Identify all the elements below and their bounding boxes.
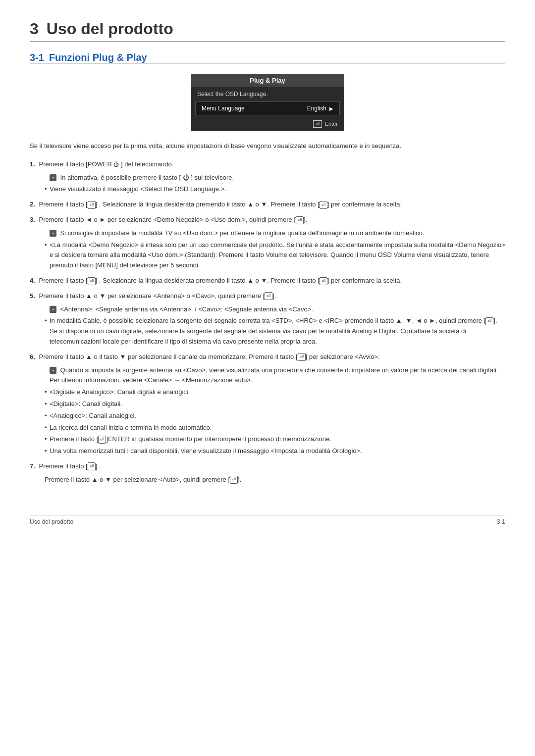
step-5-sub-1: ▪ <Antenna>: <Segnale antenna via <Anten… [45, 304, 505, 315]
enter-icon-2b: ⏎ [320, 201, 327, 209]
osd-dialog: Plug & Play Select the OSD Language. Men… [191, 74, 344, 131]
step-4-num: 4. [30, 277, 35, 284]
note-icon-6: ▪ [50, 367, 56, 374]
step-6-num: 6. [30, 353, 35, 360]
chapter-title: Uso del prodotto [47, 20, 173, 38]
step-3-subs: ▪ Si consiglia di impostare la modalità … [45, 228, 505, 271]
enter-icon-5b: ⏎ [485, 317, 493, 325]
step-5-subs: ▪ <Antenna>: <Segnale antenna via <Anten… [45, 304, 505, 347]
step-1-sub-1: ▪ In alternativa, è possibile premere il… [45, 173, 505, 183]
step-1-text: 1. Premere il tasto [POWER ⏻ ] del telec… [30, 159, 505, 170]
osd-subtitle: Select the OSD Language. [191, 87, 344, 100]
footer-left: Uso del prodotto [30, 518, 73, 525]
step-2-text: 2. Premere il tasto [⏎] . Selezionare la… [30, 200, 505, 210]
step-6-sub-3: <Digitale>: Canali digitali. [45, 399, 505, 409]
chapter-number: 3 [30, 20, 39, 38]
step-1: 1. Premere il tasto [POWER ⏻ ] del telec… [30, 159, 505, 195]
step-3-num: 3. [30, 216, 35, 223]
note-icon-5: ▪ [50, 306, 56, 313]
osd-footer: ⏎ Enter [191, 117, 344, 131]
enter-icon-2a: ⏎ [88, 201, 96, 209]
step-6-text: 6. Premere il tasto ▲ o il tasto ▼ per s… [30, 352, 505, 362]
enter-icon-6: ⏎ [298, 353, 306, 361]
section-title: Funzioni Plug & Play [49, 52, 147, 63]
step-4-text: 4. Premere il tasto [⏎] . Selezionare la… [30, 276, 505, 286]
note-icon-3: ▪ [50, 230, 56, 237]
step-6-sub-4: <Analogico>: Canali analogici. [45, 411, 505, 421]
step-3-text: 3. Premere il tasto ◄ o ► per selezionar… [30, 215, 505, 225]
osd-row-label: Menu Language [202, 105, 307, 112]
step-1-num: 1. [30, 160, 35, 168]
step-5-num: 5. [30, 292, 35, 300]
steps-container: 1. Premere il tasto [POWER ⏻ ] del telec… [30, 159, 505, 485]
step-7-subtext: Premere il tasto ▲ o ▼ per selezionare <… [45, 475, 505, 485]
step-7-num: 7. [30, 462, 35, 470]
step-2-num: 2. [30, 201, 35, 208]
enter-icon-7: ⏎ [88, 462, 96, 470]
step-3: 3. Premere il tasto ◄ o ► per selezionar… [30, 215, 505, 271]
step-6-subs: ▪ Quando si imposta la sorgente antenna … [45, 365, 505, 456]
enter-icon-7b: ⏎ [230, 476, 238, 484]
step-6-sub-1: ▪ Quando si imposta la sorgente antenna … [45, 365, 505, 386]
osd-menu-language-row: Menu Language English ▶ [195, 101, 340, 115]
step-1-sub-2: Viene visualizzato il messaggio <Select … [45, 184, 505, 195]
step-5-text: 5. Premere il tasto ▲ o ▼ per selezionar… [30, 291, 505, 302]
step-6-sub-6: Premere il tasto [⏎]ENTER in qualsiasi m… [45, 434, 505, 445]
note-icon-1: ▪ [50, 174, 56, 181]
step-4: 4. Premere il tasto [⏎] . Selezionare la… [30, 276, 505, 286]
step-1-subs: ▪ In alternativa, è possibile premere il… [45, 173, 505, 195]
enter-icon-4b: ⏎ [320, 277, 327, 285]
step-3-sub-2: <La modalità <Demo Negozio> è intesa sol… [45, 240, 505, 271]
footer-right: 3-1 [497, 518, 505, 525]
enter-icon-3: ⏎ [296, 216, 304, 224]
step-6-sub-2: <Digitale e Analogico>: Canali digitali … [45, 387, 505, 398]
step-7-text: 7. Premere il tasto [⏎] . [30, 461, 505, 472]
enter-icon-4a: ⏎ [88, 277, 96, 285]
step-5: 5. Premere il tasto ▲ o ▼ per selezionar… [30, 291, 505, 347]
osd-row-value: English [307, 105, 326, 112]
osd-arrow-icon: ▶ [329, 106, 333, 111]
step-5-sub-2: In modalità Cable, è possibile seleziona… [45, 316, 505, 347]
step-6-sub-5: La ricerca dei canali inizia e termina i… [45, 423, 505, 433]
osd-footer-label: Enter [325, 121, 338, 127]
enter-icon-5: ⏎ [265, 292, 272, 300]
step-3-sub-1: ▪ Si consiglia di impostare la modalità … [45, 228, 505, 239]
step-6: 6. Premere il tasto ▲ o il tasto ▼ per s… [30, 352, 505, 456]
enter-icon-6b: ⏎ [98, 436, 106, 444]
page-footer: Uso del prodotto 3-1 [30, 515, 505, 525]
step-2: 2. Premere il tasto [⏎] . Selezionare la… [30, 200, 505, 210]
step-7: 7. Premere il tasto [⏎] . Premere il tas… [30, 461, 505, 485]
intro-paragraph: Se il televisore viene acceso per la pri… [30, 141, 505, 151]
step-6-sub-7: Una volta memorizzati tutti i canali dis… [45, 446, 505, 456]
section-number: 3-1 [30, 52, 44, 63]
osd-enter-icon: ⏎ [313, 120, 322, 128]
osd-title: Plug & Play [191, 74, 344, 87]
